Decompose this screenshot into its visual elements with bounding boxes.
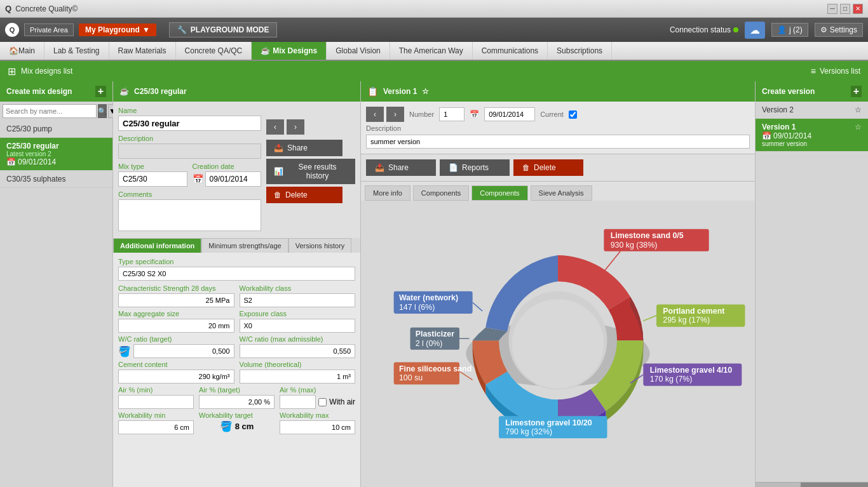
cement-content-field: Cement content xyxy=(118,361,234,384)
version-desc-input[interactable] xyxy=(366,135,750,149)
comments-field: Comments xyxy=(118,190,261,233)
air-min-input[interactable] xyxy=(118,395,194,409)
maximize-btn[interactable]: □ xyxy=(840,4,850,14)
tab-sieve-analysis[interactable]: Sieve Analysis xyxy=(531,185,592,201)
version-date-input[interactable] xyxy=(484,107,535,121)
menu-global[interactable]: Global Vision xyxy=(327,42,390,60)
creation-date-input[interactable] xyxy=(205,171,262,187)
tab-more-info[interactable]: More info xyxy=(365,185,410,201)
air-row: Air % (min) Air % (target) Air % (max) xyxy=(118,386,355,409)
tab-minimum-strengths[interactable]: Minimum strengths/age xyxy=(201,238,288,253)
cloud-sync-btn[interactable]: ☁ xyxy=(745,22,765,39)
menu-raw[interactable]: Raw Materials xyxy=(109,42,176,60)
version-list: Version 2 ☆ Version 1 ☆ 📅 09/01/2014 sum… xyxy=(756,102,868,482)
menu-comm[interactable]: Communications xyxy=(473,42,548,60)
version-detail-header: 📋 Version 1 ☆ xyxy=(361,81,755,102)
settings-btn[interactable]: ⚙ Settings xyxy=(815,23,863,37)
version-desc-row: Description xyxy=(366,124,750,132)
max-aggregate-input[interactable] xyxy=(118,319,234,333)
menu-mix[interactable]: ☕ Mix Designs xyxy=(252,42,327,60)
tab-components-1[interactable]: Components xyxy=(413,185,469,201)
comments-textarea[interactable] xyxy=(118,199,261,231)
wc-target-input[interactable] xyxy=(133,344,234,358)
cement-content-input[interactable] xyxy=(118,370,234,384)
workability-max-input[interactable] xyxy=(280,420,355,434)
mix-item-regular[interactable]: C25/30 regular Latest version 2 📅 09/01/… xyxy=(0,138,112,171)
menu-bar: 🏠 Main Lab & Testing Raw Materials Concr… xyxy=(0,42,868,61)
mix-type-row: Mix type Creation date 📅 xyxy=(118,163,261,187)
share-icon: 📤 xyxy=(274,143,283,152)
creation-date-field: Creation date 📅 xyxy=(193,163,262,187)
tab-additional-info[interactable]: Additional information xyxy=(113,238,201,253)
tab-versions-history[interactable]: Versions history xyxy=(288,238,352,253)
menu-main[interactable]: 🏠 Main xyxy=(0,42,44,60)
playground-btn[interactable]: My Playground ▼ xyxy=(79,23,156,36)
workability-class-input[interactable] xyxy=(240,293,356,307)
version-item-v2[interactable]: Version 2 ☆ xyxy=(756,102,868,119)
search-btn[interactable]: 🔍 xyxy=(98,104,107,118)
app-title: Q Concrete Quality© xyxy=(5,4,78,13)
version-reports-btn[interactable]: 📄 Reports xyxy=(440,159,510,176)
workability-min-input[interactable] xyxy=(118,420,194,434)
scrollbar-thumb[interactable] xyxy=(801,483,868,487)
version-item-v1[interactable]: Version 1 ☆ 📅 09/01/2014 summer version xyxy=(756,119,868,152)
next-version-btn[interactable]: › xyxy=(386,107,404,122)
menu-lab[interactable]: Lab & Testing xyxy=(44,42,109,60)
exposure-class-input[interactable] xyxy=(240,319,356,333)
mix-type-input[interactable] xyxy=(118,171,187,187)
mix-item-pump[interactable]: C25/30 pump xyxy=(0,121,112,138)
current-checkbox[interactable] xyxy=(569,110,577,119)
delete-mix-btn[interactable]: 🗑 Delete xyxy=(266,187,342,203)
volume-input[interactable] xyxy=(240,370,356,384)
nav-right: Connection status ☁ 👤 j (2) ⚙ Settings xyxy=(670,22,863,39)
home-icon: 🏠 xyxy=(9,46,18,55)
user-icon: 👤 xyxy=(777,25,787,34)
name-input[interactable] xyxy=(118,116,261,131)
close-btn[interactable]: ✕ xyxy=(853,4,863,14)
wc-max-input[interactable] xyxy=(240,344,356,358)
desc-input[interactable] xyxy=(118,143,261,159)
next-mix-btn[interactable]: › xyxy=(287,119,304,135)
version-number-input[interactable] xyxy=(439,107,465,121)
tab-components-2[interactable]: Components xyxy=(471,185,527,201)
scrollbar[interactable] xyxy=(756,482,868,487)
v1-date: 📅 09/01/2014 xyxy=(762,131,862,140)
svg-point-3 xyxy=(512,299,604,389)
menu-concrete[interactable]: Concrete QA/QC xyxy=(176,42,252,60)
top-nav: Q Private Area My Playground ▼ 🔧 PLAYGRO… xyxy=(0,18,868,42)
workability-row: Workability min Workability target 🪣 8 c… xyxy=(118,411,355,434)
svg-text:295 kg (17%): 295 kg (17%) xyxy=(663,316,710,324)
playground-mode-btn[interactable]: 🔧 PLAYGROUND MODE xyxy=(169,22,278,37)
mix-item-sulphates[interactable]: C30/35 sulphates xyxy=(0,171,112,188)
menu-american[interactable]: The American Way xyxy=(390,42,473,60)
svg-text:790 kg (32%): 790 kg (32%) xyxy=(505,427,552,436)
user-btn[interactable]: 👤 j (2) xyxy=(771,23,808,37)
minimize-btn[interactable]: ─ xyxy=(827,4,837,14)
air-target-input[interactable] xyxy=(199,395,275,409)
version-delete-btn[interactable]: 🗑 Delete xyxy=(513,159,583,176)
component-tabs: More info Components Components Sieve An… xyxy=(361,182,755,201)
air-max-field: Air % (max) With air xyxy=(280,386,355,409)
prev-mix-btn[interactable]: ‹ xyxy=(266,119,284,135)
status-dot xyxy=(733,27,738,32)
air-max-input[interactable] xyxy=(280,395,316,409)
center-panel: ☕ C25/30 regular Name Description Mix ty… xyxy=(113,81,755,487)
trash-icon-v: 🗑 xyxy=(522,163,530,172)
right-sidebar: Create version + Version 2 ☆ Version 1 ☆… xyxy=(755,81,868,487)
create-mix-btn[interactable]: Create mix design + xyxy=(0,81,112,102)
private-area-btn[interactable]: Private Area xyxy=(24,23,74,36)
share-btn[interactable]: 📤 Share xyxy=(266,140,342,156)
star-icon[interactable]: ☆ xyxy=(422,87,429,96)
create-version-btn[interactable]: Create version + xyxy=(756,81,868,102)
search-input[interactable] xyxy=(3,104,97,118)
char-strength-input[interactable] xyxy=(118,293,234,307)
see-results-btn[interactable]: 📊 See results history xyxy=(266,159,355,184)
char-strength-field: Characteristic Strength 28 days xyxy=(118,284,234,307)
with-air-checkbox[interactable] xyxy=(318,398,327,406)
svg-text:147 l (6%): 147 l (6%) xyxy=(399,303,435,312)
version-share-btn[interactable]: 📤 Share xyxy=(366,159,436,176)
menu-subs[interactable]: Subscriptions xyxy=(548,42,612,60)
comments-label: Comments xyxy=(118,190,261,198)
prev-version-btn[interactable]: ‹ xyxy=(366,107,384,122)
type-spec-input[interactable] xyxy=(118,267,355,281)
